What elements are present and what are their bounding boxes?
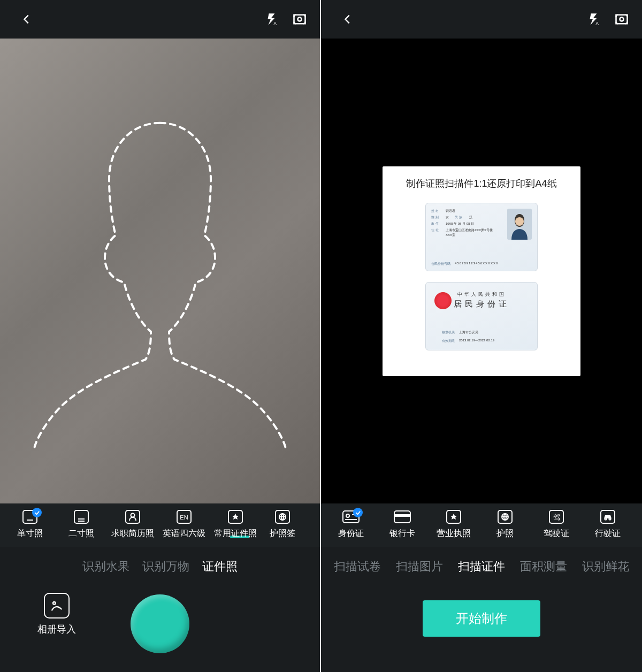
bottom-area: 相册导入 — [0, 581, 320, 672]
gallery-icon — [44, 593, 70, 618]
emblem-icon — [434, 292, 452, 309]
size-tab-resume[interactable]: 求职简历照 — [107, 509, 158, 539]
mode-tabs: 识别水果 识别万物 证件照 — [0, 547, 320, 581]
flash-icon[interactable]: A — [583, 9, 605, 30]
mode-tab-recognize-flower[interactable]: 识别鲜花 — [582, 559, 629, 575]
back-button[interactable] — [337, 9, 358, 30]
mode-tab-fruit[interactable]: 识别水果 — [82, 559, 129, 575]
size-tab-business-license[interactable]: 营业执照 — [428, 509, 479, 539]
mode-tab-scan-image[interactable]: 扫描图片 — [396, 559, 443, 575]
passport-doc-icon — [496, 509, 514, 525]
vehicle-license-icon — [599, 509, 617, 525]
svg-point-24 — [346, 514, 349, 517]
flash-icon[interactable]: A — [261, 9, 282, 30]
resume-icon — [124, 509, 142, 525]
check-icon — [353, 508, 363, 517]
svg-rect-19 — [616, 15, 628, 24]
svg-marker-13 — [232, 514, 239, 520]
size-tab-vehicle-license[interactable]: 行驶证 — [582, 509, 633, 539]
bottom-area: 开始制作 — [321, 581, 642, 672]
passport-icon — [273, 509, 292, 525]
size-tab-label: 护照 — [496, 528, 514, 539]
size-tab-label: 护照签 — [270, 528, 295, 539]
svg-text:A: A — [595, 21, 599, 26]
mode-tab-scan-id[interactable]: 扫描证件 — [458, 559, 505, 575]
size-tab-label: 行驶证 — [595, 528, 621, 539]
svg-rect-1 — [294, 15, 305, 24]
common-id-icon — [226, 509, 244, 525]
back-button[interactable] — [16, 9, 37, 30]
size-tab-label: 驾驶证 — [544, 528, 569, 539]
size-tab-passport[interactable]: 护照签 — [261, 509, 304, 539]
capture-mode-icon[interactable] — [289, 9, 310, 30]
svg-text:驾: 驾 — [553, 513, 560, 521]
size-tab-label: 常用证件照 — [214, 528, 257, 539]
svg-point-37 — [605, 518, 606, 520]
two-inch-icon — [72, 509, 90, 525]
shutter-button[interactable] — [131, 594, 189, 653]
svg-point-38 — [609, 518, 610, 520]
id-card-front: 姓 名识君君 性 别女民 族汉 出 生1998 年 08 月 08 日 住 址上… — [425, 203, 538, 271]
mode-tab-idphoto[interactable]: 证件照 — [202, 559, 238, 575]
size-tab-label: 二寸照 — [68, 528, 94, 539]
svg-point-2 — [298, 18, 302, 21]
size-tabs: 身份证 银行卡 营业执照 护照 驾 驾驶证 行驶证 — [321, 503, 642, 547]
svg-point-22 — [515, 217, 524, 226]
size-tab-common-id[interactable]: 常用证件照 — [210, 509, 261, 539]
start-make-button[interactable]: 开始制作 — [423, 600, 540, 637]
size-tab-two-inch[interactable]: 二寸照 — [56, 509, 107, 539]
svg-marker-30 — [450, 514, 457, 520]
size-tab-label: 求职简历照 — [111, 528, 154, 539]
svg-point-17 — [53, 602, 56, 605]
size-tab-driver-license[interactable]: 驾 驾驶证 — [531, 509, 582, 539]
size-tab-label: 单寸照 — [17, 528, 43, 539]
gallery-import-button[interactable]: 相册导入 — [37, 593, 76, 636]
mode-tab-area-measure[interactable]: 面积测量 — [520, 559, 567, 575]
size-tab-label: 身份证 — [338, 528, 364, 539]
screen-scan-id: A 制作证照扫描件1:1还原打印到A4纸 姓 名识君君 性 别女民 族汉 出 生… — [321, 0, 642, 672]
id-card-back: 中华人民共和国 居民身份证 签发机关上海市公安局 有效期限2013.02.19—… — [425, 282, 538, 350]
en-exam-icon: EN — [175, 509, 193, 525]
size-tab-idcard[interactable]: 身份证 — [325, 509, 377, 539]
size-tab-label: 银行卡 — [389, 528, 415, 539]
svg-point-9 — [131, 514, 135, 517]
svg-text:EN: EN — [180, 514, 188, 521]
bankcard-icon — [393, 509, 411, 525]
panel-title: 制作证照扫描件1:1还原打印到A4纸 — [393, 177, 570, 190]
size-tab-one-inch[interactable]: 单寸照 — [4, 509, 56, 539]
size-tab-passport-doc[interactable]: 护照 — [479, 509, 531, 539]
size-tab-label: 英语四六级 — [163, 528, 205, 539]
mode-tab-scan-exam[interactable]: 扫描试卷 — [334, 559, 381, 575]
license-icon — [445, 509, 463, 525]
size-tab-label: 营业执照 — [437, 528, 471, 539]
id-preview-panel: 制作证照扫描件1:1还原打印到A4纸 姓 名识君君 性 别女民 族汉 出 生19… — [383, 166, 580, 376]
capture-mode-icon[interactable] — [611, 9, 632, 30]
svg-rect-28 — [394, 514, 410, 517]
mode-tab-everything[interactable]: 识别万物 — [142, 559, 189, 575]
top-bar: A — [0, 0, 320, 39]
mode-tabs: 扫描试卷 扫描图片 扫描证件 面积测量 识别鲜花 — [321, 547, 642, 581]
screen-id-photo: A 单寸照 二寸照 求职简历照 EN 英语四六级 — [0, 0, 321, 672]
camera-viewport — [0, 39, 320, 503]
check-icon — [32, 508, 42, 517]
gallery-label: 相册导入 — [37, 623, 76, 636]
preview-viewport: 制作证照扫描件1:1还原打印到A4纸 姓 名识君君 性 别女民 族汉 出 生19… — [321, 39, 642, 503]
svg-point-20 — [620, 18, 624, 21]
size-tab-en-exam[interactable]: EN 英语四六级 — [158, 509, 210, 539]
svg-text:A: A — [273, 21, 277, 26]
top-bar: A — [321, 0, 642, 39]
silhouette-overlay — [18, 106, 302, 449]
id-portrait — [507, 209, 532, 240]
size-tabs: 单寸照 二寸照 求职简历照 EN 英语四六级 常用证件照 护照签 — [0, 503, 320, 547]
size-tab-bankcard[interactable]: 银行卡 — [377, 509, 428, 539]
driver-license-icon: 驾 — [547, 509, 565, 525]
